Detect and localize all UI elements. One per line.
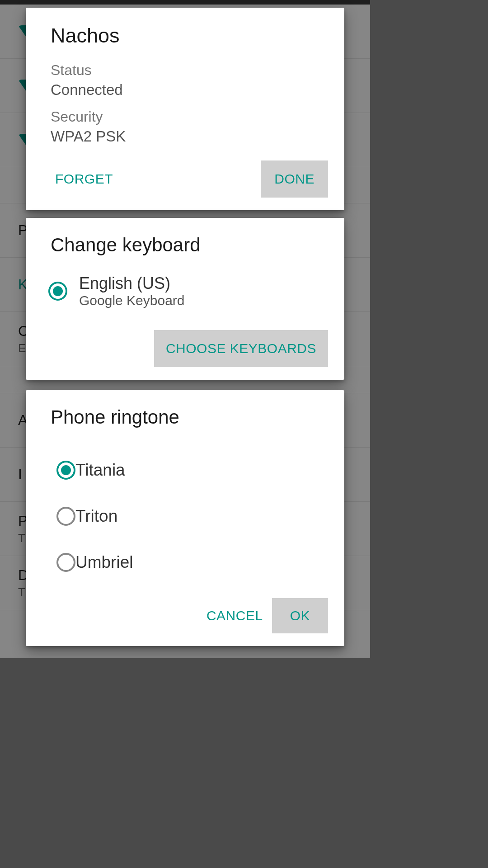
keyboard-dialog-title: Change keyboard [26, 218, 344, 268]
status-value: Connected [26, 81, 344, 99]
cancel-button[interactable]: CANCEL [202, 601, 267, 631]
security-label: Security [26, 108, 344, 125]
phone-ringtone-dialog: Phone ringtone Titania Triton Umbriel CA… [26, 390, 344, 646]
change-keyboard-dialog: Change keyboard English (US) Google Keyb… [26, 218, 344, 380]
done-button[interactable]: DONE [261, 160, 328, 198]
ringtone-options-list: Titania Triton Umbriel [34, 447, 344, 585]
radio-unselected-icon [56, 553, 75, 572]
wifi-details-dialog: Nachos Status Connected Security WPA2 PS… [26, 8, 344, 210]
forget-button[interactable]: FORGET [51, 164, 117, 194]
choose-keyboards-button[interactable]: CHOOSE KEYBOARDS [154, 330, 328, 367]
radio-selected-icon [48, 282, 67, 301]
keyboard-option[interactable]: English (US) Google Keyboard [26, 268, 344, 315]
ok-button[interactable]: OK [272, 598, 328, 633]
security-value: WPA2 PSK [26, 128, 344, 145]
ringtone-option-umbriel[interactable]: Umbriel [34, 539, 344, 585]
ringtone-option-triton[interactable]: Triton [34, 493, 344, 539]
radio-unselected-icon [56, 507, 75, 526]
keyboard-option-language: English (US) [79, 274, 185, 293]
keyboard-option-name: Google Keyboard [79, 293, 185, 308]
ringtone-option-titania[interactable]: Titania [34, 447, 344, 493]
ringtone-name: Titania [75, 461, 125, 480]
ringtone-dialog-title: Phone ringtone [26, 390, 344, 440]
wifi-network-name: Nachos [26, 8, 344, 59]
ringtone-name: Umbriel [75, 553, 133, 572]
radio-selected-icon [56, 461, 75, 480]
status-label: Status [26, 62, 344, 79]
ringtone-name: Triton [75, 507, 117, 526]
